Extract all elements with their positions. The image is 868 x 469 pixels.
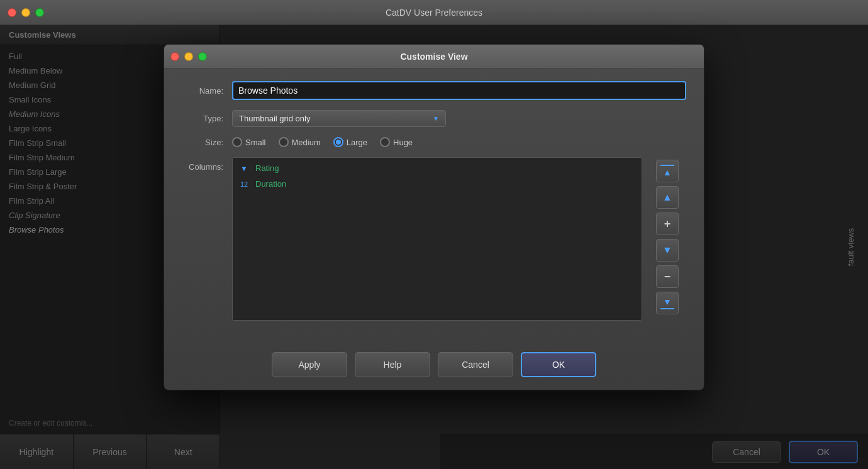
app-title-bar: CatDV User Preferences	[0, 0, 868, 25]
ok-button[interactable]: OK	[521, 352, 596, 377]
remove-column-button[interactable]: −	[656, 265, 679, 288]
move-up-button[interactable]: ▲	[656, 186, 679, 209]
radio-huge-label: Huge	[393, 138, 413, 147]
main-area: Customise Views FullMedium BelowMedium G…	[0, 25, 868, 469]
radio-large-label: Large	[347, 138, 367, 147]
size-row: Size: Small Medium	[182, 137, 686, 147]
name-input[interactable]	[232, 81, 686, 100]
columns-controls: ▲ ▲ + ▼ −	[642, 157, 686, 317]
columns-row: Columns: ▼ Rating 12 Duration	[182, 157, 686, 321]
radio-small-label: Small	[245, 138, 266, 147]
maximize-button[interactable]	[35, 8, 44, 17]
rating-icon: ▼	[239, 165, 249, 172]
modal-title-bar: Customise View	[164, 45, 704, 69]
name-row: Name:	[182, 81, 686, 100]
modal-overlay: Customise View Name: Type: Thumbnail gri…	[0, 25, 868, 469]
cancel-button[interactable]: Cancel	[438, 352, 513, 377]
columns-list[interactable]: ▼ Rating 12 Duration	[232, 157, 642, 321]
modal-maximize-button[interactable]	[198, 52, 207, 61]
customise-view-modal: Customise View Name: Type: Thumbnail gri…	[164, 44, 704, 390]
size-medium[interactable]: Medium	[279, 137, 321, 147]
duration-icon: 12	[239, 180, 249, 188]
size-huge[interactable]: Huge	[380, 137, 413, 147]
column-rating[interactable]: ▼ Rating	[233, 160, 642, 176]
type-select-value: Thumbnail grid only	[239, 114, 428, 123]
size-large[interactable]: Large	[333, 137, 367, 147]
minimize-button[interactable]	[21, 8, 30, 17]
modal-minimize-button[interactable]	[184, 52, 193, 61]
columns-label: Columns:	[182, 157, 232, 172]
radio-large-inner	[336, 140, 341, 145]
close-button[interactable]	[8, 8, 16, 17]
add-column-button[interactable]: +	[656, 212, 679, 235]
move-down-button[interactable]: ▼	[656, 239, 679, 262]
move-bottom-button[interactable]: ▼	[656, 292, 679, 314]
radio-large-outer	[333, 137, 343, 147]
radio-medium-label: Medium	[292, 138, 321, 147]
modal-title: Customise View	[400, 52, 467, 62]
column-duration[interactable]: 12 Duration	[233, 176, 642, 192]
type-dropdown-arrow: ▼	[433, 115, 439, 122]
radio-huge-outer	[380, 137, 390, 147]
radio-small-outer	[232, 137, 242, 147]
duration-label: Duration	[255, 179, 286, 189]
size-label: Size:	[182, 138, 232, 147]
radio-medium-outer	[279, 137, 289, 147]
apply-button[interactable]: Apply	[272, 352, 347, 377]
name-label: Name:	[182, 86, 232, 96]
type-label: Type:	[182, 114, 232, 123]
modal-close-button[interactable]	[170, 52, 179, 61]
rating-label: Rating	[255, 163, 279, 173]
app-title: CatDV User Preferences	[386, 8, 482, 18]
modal-title-bar-buttons	[170, 52, 207, 61]
modal-footer: Apply Help Cancel OK	[164, 343, 704, 390]
help-button[interactable]: Help	[355, 352, 430, 377]
type-dropdown[interactable]: Thumbnail grid only ▼	[232, 110, 446, 127]
modal-body: Name: Type: Thumbnail grid only ▼ Size:	[164, 69, 704, 343]
size-options: Small Medium Large	[232, 137, 413, 147]
size-small[interactable]: Small	[232, 137, 266, 147]
move-top-button[interactable]: ▲	[656, 160, 679, 182]
type-row: Type: Thumbnail grid only ▼	[182, 110, 686, 127]
title-bar-buttons	[8, 8, 44, 17]
